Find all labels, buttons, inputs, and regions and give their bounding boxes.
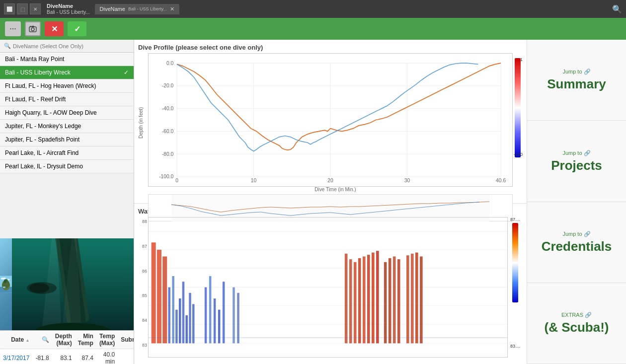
profile-color-bar: 1 -100: [513, 53, 523, 187]
collapse-icon[interactable]: ⬚: [17, 3, 28, 14]
svg-rect-79: [376, 251, 379, 343]
dive-profile-section: Dive Profile (please select one dive onl…: [134, 40, 527, 204]
sort-icon[interactable]: ▲: [25, 338, 29, 343]
y-axis-label: Depth (in feet): [138, 53, 148, 192]
svg-rect-65: [205, 288, 207, 344]
tab-close-icon[interactable]: ✕: [170, 6, 174, 12]
temp-max-header: Temp (Max): [96, 331, 118, 349]
photo-underwater: [12, 238, 134, 330]
window-controls: ⬜ ⬚ ✕: [4, 3, 41, 14]
dive-list-item[interactable]: Jupiter, FL - Spadefish Point: [0, 133, 134, 146]
dive-list-item[interactable]: Haigh Quarry, IL - AOW Deep Dive: [0, 106, 134, 120]
svg-rect-76: [363, 256, 366, 343]
svg-point-22: [29, 283, 49, 293]
jump-summary-label: Jump to 🔗: [562, 69, 590, 75]
cancel-button[interactable]: ✕: [45, 21, 64, 36]
date-cell[interactable]: 3/17/2017: [0, 349, 32, 364]
tab-sublabel: Bali - USS Liberty...: [128, 6, 167, 11]
svg-text:40.6: 40.6: [496, 178, 506, 183]
more-options-button[interactable]: ···: [5, 21, 21, 36]
expand-icon[interactable]: ⬜: [4, 3, 15, 14]
svg-point-14: [5, 279, 7, 282]
dive-list-item[interactable]: Pearl Lake, IL - Drysuit Demo: [0, 160, 134, 173]
temp-y-83: 83: [142, 343, 147, 348]
min-temp-header: Min Temp: [75, 331, 96, 349]
photo-section: [0, 238, 134, 330]
submersion-header: Submersion: [118, 331, 134, 349]
dive-list-item[interactable]: Bali - USS Liberty Wreck✓: [0, 66, 134, 79]
water-temp-chart-area: 88 87 86 85 84 83: [138, 217, 523, 358]
right-panel: Jump to 🔗 Summary Jump to 🔗 Projects Jum…: [527, 40, 626, 364]
svg-rect-56: [162, 256, 167, 343]
temp-y-86: 86: [142, 269, 147, 274]
svg-text:20: 20: [327, 178, 333, 183]
search-icon: 🔍: [4, 43, 11, 49]
selected-checkmark: ✓: [124, 69, 129, 76]
svg-text:-20.0: -20.0: [162, 83, 174, 88]
title-bar: ⬜ ⬚ ✕ DiveName Bali - USS Liberty... Div…: [0, 0, 626, 18]
jump-credentials-card[interactable]: Jump to 🔗 Credentials: [527, 202, 626, 283]
jump-summary-card[interactable]: Jump to 🔗 Summary: [527, 40, 626, 121]
close-icon[interactable]: ✕: [30, 3, 41, 14]
table-row: 3/17/2017 -81.8 83.1 87.4 40.0 min: [0, 349, 134, 364]
dive-list-item[interactable]: Ft Laud, FL - Hog Heaven (Wreck): [0, 79, 134, 93]
search-header[interactable]: 🔍: [32, 331, 52, 349]
dive-list-item[interactable]: Ft Laud, FL - Reef Drift: [0, 93, 134, 106]
jump-projects-card[interactable]: Jump to 🔗 Projects: [527, 121, 626, 202]
svg-text:-80.0: -80.0: [162, 151, 174, 157]
date-header: Date ▲: [0, 331, 32, 349]
dive-list-item[interactable]: Jupiter, FL - Monkey's Ledge: [0, 120, 134, 133]
svg-text:-60.0: -60.0: [162, 129, 174, 134]
main-layout: 🔍 Bali - Manta Ray PointBali - USS Liber…: [0, 40, 626, 364]
tab-subtitle: Bali - USS Liberty...: [47, 9, 90, 15]
svg-rect-86: [415, 253, 418, 344]
center-panel: Dive Profile (please select one dive onl…: [134, 40, 527, 364]
jump-extras-card[interactable]: EXTRAS 🔗 (& Scuba!): [527, 283, 626, 364]
confirm-button[interactable]: ✓: [68, 21, 86, 36]
temp-y-84: 84: [142, 318, 147, 323]
dive-search-input[interactable]: [13, 43, 130, 49]
water-temp-section: Water Temperature (°F) 88 87 86 85 84 83: [134, 204, 527, 364]
left-panel: 🔍 Bali - Manta Ray PointBali - USS Liber…: [0, 40, 134, 364]
coastal-scene-image: [0, 238, 12, 330]
svg-rect-81: [389, 258, 391, 343]
svg-rect-68: [218, 310, 221, 344]
dive-data-table: Date ▲ 🔍 Depth (Max) Min Temp Temp (Max)…: [0, 331, 134, 364]
active-tab[interactable]: DiveName Bali - USS Liberty... ✕: [95, 4, 179, 14]
color-bar-top-label: 1: [520, 57, 523, 62]
svg-text:0.0: 0.0: [166, 61, 174, 66]
temp-max-cell: 87.4: [75, 349, 96, 364]
svg-point-6: [3, 278, 6, 279]
temp-color-bottom: 83....: [510, 344, 520, 349]
camera-button[interactable]: [25, 21, 41, 36]
min-temp-cell: 83.1: [52, 349, 75, 364]
temp-color-gradient: [512, 223, 518, 302]
svg-rect-63: [189, 293, 191, 344]
temp-chart: [148, 217, 508, 358]
jump-extras-title: (& Scuba!): [545, 320, 609, 335]
temp-y-85: 85: [142, 293, 147, 298]
svg-rect-58: [172, 276, 174, 343]
depth-color-gradient: [515, 58, 521, 157]
search-box: 🔍: [0, 40, 134, 53]
jump-projects-title: Projects: [551, 158, 602, 173]
svg-rect-87: [420, 256, 423, 343]
water-temp-svg: [149, 218, 507, 357]
underwater-scene-image: [12, 238, 134, 330]
jump-credentials-label: Jump to 🔗: [562, 231, 590, 237]
global-search-icon[interactable]: 🔍: [612, 4, 622, 14]
svg-rect-3: [30, 26, 31, 27]
svg-rect-66: [209, 276, 212, 343]
svg-rect-84: [406, 255, 409, 343]
profile-chart-svg: 0.0 -20.0 -40.0 -60.0 -80.0 -100.0 0 10 …: [149, 54, 512, 186]
svg-rect-64: [192, 304, 195, 343]
svg-rect-73: [349, 259, 352, 343]
submersion-cell: 40.0 min: [96, 349, 118, 364]
profile-chart-area: Depth (in feet): [138, 53, 523, 192]
dive-list-item[interactable]: Pearl Lake, IL - Aircraft Find: [0, 146, 134, 160]
temp-y-88: 88: [142, 219, 147, 224]
dive-list-item[interactable]: Bali - Manta Ray Point: [0, 53, 134, 66]
camera-icon: [29, 25, 37, 32]
svg-text:-40.0: -40.0: [162, 106, 174, 111]
svg-rect-71: [237, 293, 239, 344]
